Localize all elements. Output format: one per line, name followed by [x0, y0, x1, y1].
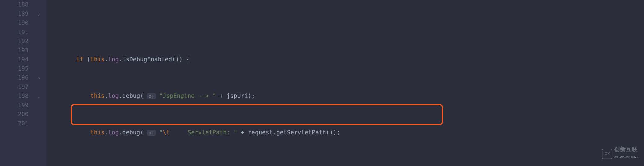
code-line[interactable]: this.log.debug( o: "JspEngine --> " + js… [48, 91, 369, 101]
fold-column: ⌄ ⌃ ⌄ [34, 0, 47, 166]
line-number-gutter: 188 189 190 191 192 193 194 195 196 197 … [6, 0, 34, 166]
line-number: 192 [6, 37, 29, 46]
fold-marker-down-icon[interactable]: ⌄ [37, 94, 41, 98]
line-number: 198 [6, 91, 29, 101]
line-number: 195 [6, 64, 29, 73]
line-number: 199 [6, 101, 29, 110]
line-number: 188 [6, 0, 29, 9]
code-editor[interactable]: 188 189 190 191 192 193 194 195 196 197 … [0, 0, 644, 166]
code-line[interactable]: this.log.debug( o: "\t ServletPath: " + … [48, 128, 369, 137]
watermark: CX 创新互联 CHUANGXIN HULIAN [602, 146, 638, 162]
code-line[interactable]: if (this.log.isDebugEnabled()) { [48, 55, 369, 64]
line-number: 196 [6, 73, 29, 82]
fold-marker-down-icon[interactable]: ⌄ [37, 12, 41, 16]
code-line[interactable]: this.log.debug( o: "\t PathInfo: " + req… [48, 164, 369, 166]
watermark-logo-icon: CX [602, 149, 612, 159]
watermark-subtext: CHUANGXIN HULIAN [614, 153, 638, 162]
left-margin [0, 0, 6, 166]
parameter-hint: o: [147, 93, 155, 99]
fold-marker-up-icon[interactable]: ⌃ [37, 77, 41, 81]
line-number: 194 [6, 55, 29, 64]
line-number: 200 [6, 110, 29, 119]
line-number: 193 [6, 46, 29, 55]
code-area[interactable]: if (this.log.isDebugEnabled()) { this.lo… [47, 0, 369, 166]
line-number: 190 [6, 18, 29, 28]
code-line[interactable] [48, 18, 369, 28]
line-number: 197 [6, 82, 29, 92]
parameter-hint: o: [147, 130, 155, 136]
line-number: 189 [6, 9, 29, 19]
line-number: 191 [6, 28, 29, 37]
line-number: 201 [6, 119, 29, 128]
watermark-text: 创新互联 [614, 146, 638, 153]
